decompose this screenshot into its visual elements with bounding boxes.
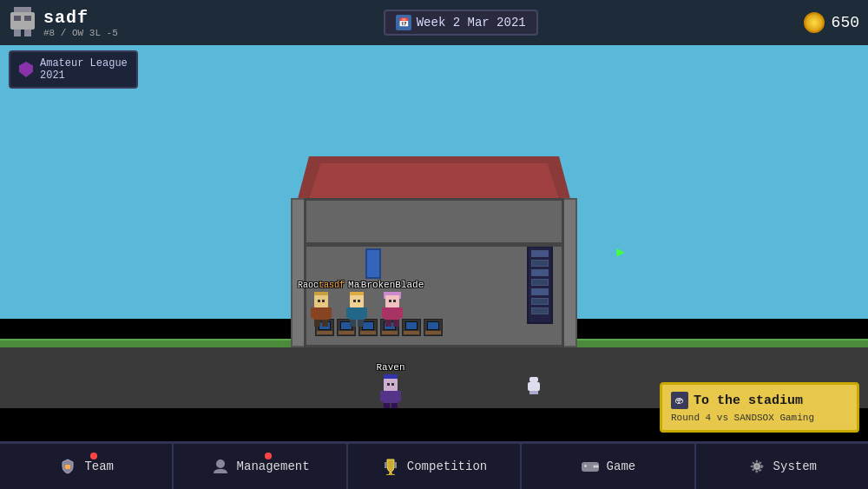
svg-rect-16: [350, 320, 356, 327]
league-badge: Amateur League 2021: [9, 50, 138, 89]
svg-rect-12: [358, 300, 360, 302]
notif-header: 🏟 To the stadium: [671, 392, 848, 409]
svg-rect-4: [313, 307, 329, 320]
character-brokenblade: BrokenBlade: [382, 292, 403, 327]
date-text: Week 2 Mar 2021: [417, 16, 526, 30]
char-label-raoctasdf: Raoctasdf: [298, 281, 345, 290]
coin-icon: [804, 12, 825, 33]
svg-rect-33: [398, 391, 401, 401]
char-sprite-brokenblade: [382, 292, 403, 327]
hud-right: 650: [804, 12, 859, 33]
svg-rect-2: [318, 300, 320, 302]
team-info: sadf #8 / OW 3L -5: [9, 5, 118, 40]
svg-point-54: [593, 466, 595, 468]
game-nav-icon: [581, 457, 600, 476]
team-logo-svg: [10, 7, 35, 38]
characters-upper: Raoctasdf: [311, 244, 557, 331]
top-hud: sadf #8 / OW 3L -5 📅 Week 2 Mar 2021 650: [0, 0, 868, 45]
svg-rect-6: [328, 307, 332, 318]
toilet-sprite: [528, 377, 540, 396]
desk-surface: [339, 331, 354, 334]
svg-rect-44: [24, 30, 31, 36]
nav-item-game[interactable]: Game: [522, 444, 695, 489]
nav-item-team[interactable]: Team: [0, 444, 174, 489]
notif-subtitle: Round 4 vs SANDSOX Gaming: [671, 413, 848, 423]
svg-rect-15: [364, 307, 367, 318]
desk-surface: [404, 331, 419, 334]
svg-rect-21: [393, 300, 396, 302]
svg-rect-3: [322, 300, 325, 302]
char-label-brokenblade: BrokenBlade: [361, 280, 424, 290]
team-stats: #8 / OW 3L -5: [43, 28, 118, 38]
svg-rect-23: [382, 307, 385, 318]
svg-rect-29: [387, 383, 390, 386]
character-raoctasdf: Raoctasdf: [311, 292, 332, 327]
svg-rect-5: [311, 307, 314, 318]
stadium-icon: 🏟: [671, 392, 688, 409]
cursor-arrow: ▶: [616, 243, 625, 261]
competition-nav-icon: [381, 457, 400, 476]
svg-rect-30: [391, 383, 394, 386]
desk-surface: [317, 331, 332, 334]
management-nav-icon: [211, 457, 230, 476]
character-max: Max: [346, 292, 367, 327]
building: Raoctasdf: [304, 156, 564, 347]
floor-divider: [305, 242, 563, 247]
svg-rect-49: [385, 462, 387, 468]
nav-dot-management: [265, 453, 272, 459]
nav-label-game: Game: [607, 459, 636, 473]
league-text: Amateur League 2021: [40, 57, 128, 82]
svg-rect-17: [358, 320, 364, 327]
nav-item-system[interactable]: System: [696, 444, 868, 489]
date-box: 📅 Week 2 Mar 2021: [384, 10, 538, 36]
svg-rect-37: [528, 382, 540, 391]
svg-rect-48: [386, 474, 395, 475]
char-sprite-raoctasdf: [311, 292, 332, 327]
svg-rect-32: [380, 391, 384, 401]
svg-rect-28: [384, 379, 398, 391]
nav-item-management[interactable]: Management: [174, 444, 347, 489]
nav-item-competition[interactable]: Competition: [348, 444, 522, 489]
characters-lower: Raven: [311, 340, 557, 408]
desk-surface: [425, 331, 441, 334]
svg-rect-10: [350, 295, 364, 307]
team-nav-icon: [58, 457, 77, 476]
desk-surface: [360, 331, 376, 334]
svg-rect-22: [385, 307, 400, 320]
svg-rect-34: [384, 403, 390, 408]
svg-point-46: [216, 459, 225, 468]
svg-rect-19: [385, 295, 399, 307]
currency-value: 650: [832, 14, 859, 31]
nav-dot-team: [90, 453, 97, 459]
svg-rect-43: [14, 30, 21, 36]
svg-rect-50: [394, 462, 397, 468]
svg-rect-20: [389, 300, 391, 302]
svg-rect-41: [14, 16, 21, 21]
svg-rect-36: [529, 377, 538, 382]
svg-rect-1: [314, 295, 328, 307]
svg-rect-38: [529, 391, 538, 394]
bottom-nav: Team Management Competition: [0, 441, 868, 489]
toilet: [528, 377, 540, 396]
building-roof-detail: [308, 163, 560, 202]
svg-rect-14: [346, 307, 350, 318]
hud-center: 📅 Week 2 Mar 2021: [118, 10, 804, 36]
calendar-icon: 📅: [396, 15, 411, 30]
building-body: Raoctasdf: [304, 198, 564, 347]
desk-surface: [382, 331, 398, 334]
team-text: sadf #8 / OW 3L -5: [43, 8, 118, 38]
svg-rect-25: [385, 320, 391, 327]
svg-rect-13: [349, 307, 365, 320]
char-label-raven: Raven: [376, 362, 404, 373]
notification-box[interactable]: 🏟 To the stadium Round 4 vs SANDSOX Gami…: [660, 382, 859, 433]
league-shield-icon: [19, 62, 33, 77]
char-sprite-raven: [380, 374, 401, 408]
svg-rect-24: [399, 307, 403, 318]
notif-title: To the stadium: [694, 393, 803, 408]
league-year: 2021: [40, 69, 128, 82]
nav-label-competition: Competition: [407, 459, 487, 473]
svg-rect-53: [585, 465, 586, 467]
nav-label-team: Team: [84, 459, 114, 473]
system-nav-icon: [747, 457, 766, 476]
nav-label-management: Management: [237, 459, 310, 473]
